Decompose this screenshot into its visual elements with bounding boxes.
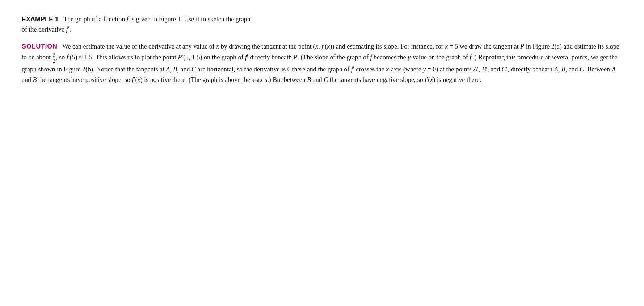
f-prime-5: f xyxy=(67,54,68,61)
point-bprime: B xyxy=(482,66,486,73)
var-y: y xyxy=(408,54,411,61)
solution-paragraph: SOLUTION We can estimate the value of th… xyxy=(22,41,622,85)
example-label: EXAMPLE 1 xyxy=(22,16,59,23)
var-x-4: x xyxy=(445,43,448,50)
example-header: EXAMPLE 1 The graph of a function f is g… xyxy=(22,15,622,35)
var-x-5: x xyxy=(137,76,140,83)
point-cprime: C xyxy=(502,66,506,73)
point-b-2: B xyxy=(561,66,565,73)
point-a: A xyxy=(166,66,170,73)
f-prime-x-1: f xyxy=(132,76,134,83)
func-f-2: f xyxy=(370,54,372,61)
point-pprime: P xyxy=(178,54,182,61)
var-y-2: y xyxy=(423,66,426,73)
f-prime-label: f xyxy=(66,26,68,33)
example-statement: EXAMPLE 1 The graph of a function f is g… xyxy=(22,15,622,35)
point-c-3: C xyxy=(324,76,328,83)
fraction-3-2: 32 xyxy=(52,52,56,65)
point-a-3: A xyxy=(612,66,616,73)
solution-label: SOLUTION xyxy=(22,43,58,50)
point-b-3: B xyxy=(33,76,37,83)
var-x-2: x xyxy=(315,43,318,50)
f-prime-ref: f xyxy=(245,54,247,61)
solution-block: SOLUTION We can estimate the value of th… xyxy=(22,41,622,85)
point-b: B xyxy=(173,66,177,73)
var-x-1: x xyxy=(216,43,219,50)
point-b-4: B xyxy=(307,76,311,83)
var-x-3: x xyxy=(327,43,330,50)
point-a-2: A xyxy=(554,66,558,73)
f-prime-ref-2: f xyxy=(470,54,471,61)
point-p: P xyxy=(520,43,524,50)
func-fx: f xyxy=(321,43,323,50)
fraction-numerator: 3 xyxy=(52,52,56,58)
func-f: f xyxy=(127,16,129,23)
point-c-2: C xyxy=(580,66,584,73)
x-axis-label: x xyxy=(252,76,254,83)
point-p-2: P xyxy=(293,54,297,61)
fraction-denominator: 2 xyxy=(52,58,56,64)
example-text-2: of the derivative f′. xyxy=(22,26,71,33)
point-aprime: A xyxy=(473,66,477,73)
f-prime-x-2: f xyxy=(425,76,426,83)
f-prime-ref-3: f xyxy=(351,66,353,73)
example-text: The graph of a function f is given in Fi… xyxy=(63,16,250,23)
var-x-axis: x xyxy=(386,66,389,73)
var-x-6: x xyxy=(430,76,433,83)
content-wrapper: EXAMPLE 1 The graph of a function f is g… xyxy=(22,15,622,85)
point-c: C xyxy=(191,66,196,73)
